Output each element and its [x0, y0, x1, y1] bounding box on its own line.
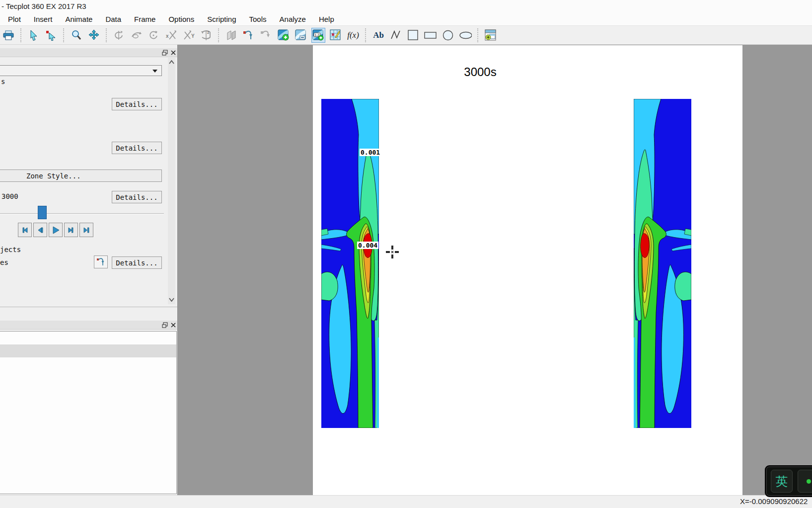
translate-tool-button[interactable] [87, 28, 101, 43]
ime-language-key[interactable]: 英 [771, 470, 793, 493]
fx-icon: f(x) [347, 30, 359, 40]
rotate-y-button[interactable]: Y [182, 28, 196, 43]
ime-mode-label: 英 [776, 475, 788, 488]
rectangle-icon [424, 30, 437, 41]
add-contour-label-button[interactable]: 1.2 [311, 28, 325, 43]
rotate-x-button[interactable]: x [164, 28, 178, 43]
remove-contour-level-button[interactable] [294, 28, 308, 43]
time-details-button[interactable]: Details... [112, 191, 162, 203]
remove-contour-level-icon [295, 29, 307, 41]
grid-edit-button[interactable] [329, 28, 343, 43]
remove-streamtrace-button[interactable] [259, 28, 273, 43]
square-tool-button[interactable] [406, 28, 420, 43]
rotate-rollerball-button[interactable] [130, 28, 144, 43]
bottom-panel-body[interactable] [0, 331, 177, 494]
scroll-down-icon[interactable] [168, 296, 175, 303]
function-tool-button[interactable]: f(x) [346, 28, 360, 43]
time-slider-track[interactable] [0, 213, 164, 214]
menu-tools[interactable]: Tools [249, 15, 267, 23]
new-frame-button[interactable] [484, 28, 498, 43]
menu-scripting[interactable]: Scripting [207, 15, 236, 23]
rotate-spherical-button[interactable] [112, 28, 126, 43]
toolbar-separator [106, 28, 108, 42]
menu-plot[interactable]: Plot [8, 15, 21, 23]
contour-plot-right[interactable] [634, 99, 691, 428]
select-tool-button[interactable] [27, 28, 41, 43]
step-back-button[interactable] [33, 223, 47, 237]
menu-analyze[interactable]: Analyze [280, 15, 306, 23]
rotate-x-icon: x [165, 30, 177, 41]
ime-indicator[interactable]: 英 [765, 465, 812, 497]
sidebar-scrollbar[interactable] [168, 58, 175, 304]
menu-frame[interactable]: Frame [134, 15, 155, 23]
printer-icon [3, 30, 14, 40]
ellipse-tool-button[interactable] [458, 28, 472, 43]
step-forward-icon [67, 226, 75, 234]
go-to-last-button[interactable] [79, 223, 93, 237]
circle-tool-button[interactable] [441, 28, 455, 43]
play-button[interactable] [49, 223, 63, 237]
rotate-twist-button[interactable] [147, 28, 161, 43]
text-tool-button[interactable]: Ab [371, 28, 385, 43]
cursor-coordinate-readout: X=-0.009090920622 [740, 497, 808, 506]
scroll-up-icon[interactable] [168, 59, 175, 66]
float-panel-icon[interactable] [162, 50, 168, 56]
remove-streamtrace-icon [260, 30, 272, 41]
streamtrace-details-button[interactable]: Details... [112, 256, 162, 269]
zoom-tool-button[interactable] [70, 28, 83, 43]
contour-label-0001: 0.001 [360, 149, 381, 156]
new-frame-icon [484, 29, 497, 42]
menu-animate[interactable]: Animate [65, 15, 92, 23]
polyline-tool-button[interactable] [389, 28, 403, 43]
title-bar: - Tecplot 360 EX 2017 R3 [0, 0, 812, 13]
add-contour-level-icon [278, 29, 290, 41]
float-panel-icon[interactable] [162, 322, 168, 328]
close-panel-icon[interactable] [170, 50, 176, 56]
rotate-spherical-icon [113, 30, 125, 41]
zone-style-button[interactable]: Zone Style... [0, 169, 162, 182]
plot-title: 3000s [445, 65, 515, 79]
grid-edit-icon [330, 29, 342, 41]
text-tool-icon: Ab [373, 30, 384, 40]
close-panel-icon[interactable] [170, 322, 176, 328]
streamtraces-label: es [0, 258, 8, 266]
magnifier-icon [71, 30, 82, 41]
time-slider-handle[interactable] [38, 206, 47, 219]
zone-layers-label: s [1, 78, 5, 85]
skip-start-icon [21, 226, 29, 234]
menu-help[interactable]: Help [319, 15, 334, 23]
rotate-z-button[interactable]: z [199, 28, 213, 43]
slice-tool-button[interactable] [224, 28, 238, 43]
streamtrace-button-icon [96, 257, 105, 266]
derived-objects-label: jects [0, 246, 21, 254]
add-streamtrace-button[interactable] [242, 28, 256, 43]
play-icon [51, 226, 60, 235]
toolbar: x Y z 1.2 f(x) Ab [0, 26, 812, 45]
menu-insert[interactable]: Insert [34, 15, 53, 23]
adjustor-tool-button[interactable] [44, 28, 58, 43]
adjustor-cursor [386, 246, 399, 258]
ellipse-icon [459, 30, 472, 41]
contour-details-button[interactable]: Details... [112, 98, 162, 110]
streamtrace-placement-button[interactable] [94, 255, 108, 268]
square-icon [407, 29, 419, 41]
ime-status-key[interactable] [798, 470, 812, 493]
skip-end-icon [82, 226, 90, 234]
sidebar-panel-header[interactable] [0, 48, 177, 57]
add-contour-level-button[interactable] [277, 28, 291, 43]
menu-options[interactable]: Options [168, 15, 194, 23]
vector-details-button[interactable]: Details... [112, 142, 162, 154]
solution-time-value: 3000 [1, 192, 18, 200]
rotate-twist-icon [148, 30, 160, 41]
add-streamtrace-icon [243, 30, 255, 41]
add-contour-label-icon: 1.2 [312, 29, 324, 41]
rectangle-tool-button[interactable] [424, 28, 438, 43]
plot-type-dropdown[interactable] [0, 65, 162, 76]
go-to-first-button[interactable] [18, 223, 32, 237]
print-button[interactable] [1, 28, 15, 43]
rotate-rollerball-icon [131, 30, 143, 41]
menu-data[interactable]: Data [105, 15, 121, 23]
bottom-panel-header[interactable] [0, 321, 177, 330]
step-forward-button[interactable] [64, 223, 78, 237]
adjustor-icon [45, 30, 57, 41]
